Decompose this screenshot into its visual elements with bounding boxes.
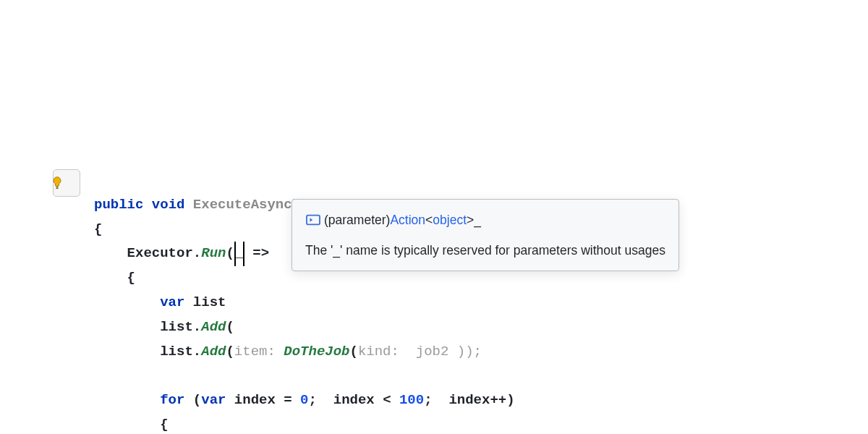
tooltip-type-object: object <box>433 210 467 230</box>
parameter-icon <box>305 213 324 226</box>
type-executor: Executor <box>127 245 193 261</box>
svg-rect-0 <box>56 187 59 187</box>
text-cursor[interactable]: _ <box>234 242 244 266</box>
svg-rect-1 <box>56 188 59 189</box>
tooltip-description: The '_' name is typically reserved for p… <box>305 240 665 260</box>
keyword-for: for <box>160 392 184 408</box>
quick-info-tooltip: (parameter) Action<object> _ The '_' nam… <box>292 199 679 271</box>
keyword-void: void <box>152 197 185 213</box>
brace-open: { <box>127 270 135 286</box>
svg-rect-2 <box>307 216 320 225</box>
code-editor[interactable]: public void ExecuteAsynchronously() { Ex… <box>0 119 868 434</box>
lightbulb-button[interactable] <box>53 169 80 197</box>
inlay-hint-item: item: <box>234 344 276 359</box>
lightbulb-icon <box>50 127 83 239</box>
tooltip-signature-row: (parameter) Action<object> _ <box>305 210 665 230</box>
keyword-public: public <box>94 197 143 213</box>
tooltip-param-label: (parameter) <box>324 210 390 230</box>
method-run: Run <box>201 245 226 261</box>
brace-open: { <box>94 221 102 237</box>
inlay-hint-kind: kind: <box>358 344 399 359</box>
brace-open: { <box>160 417 168 433</box>
keyword-var: var <box>160 294 184 310</box>
tooltip-type-action: Action <box>390 210 425 230</box>
